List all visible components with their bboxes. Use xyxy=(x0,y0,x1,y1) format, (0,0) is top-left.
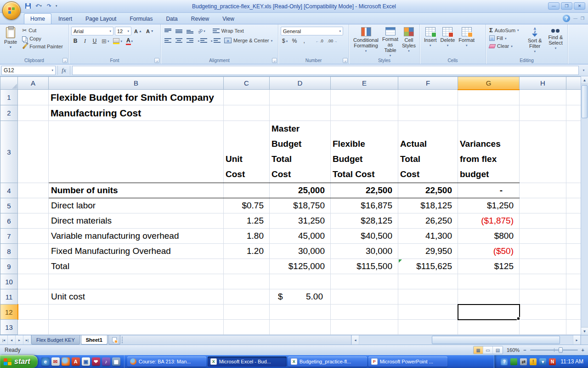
row-header-13[interactable]: 13 xyxy=(0,320,18,335)
find-select-button[interactable]: Find & Select▾ xyxy=(546,26,565,53)
align-left-button[interactable] xyxy=(163,36,173,45)
row-header-8[interactable]: 8 xyxy=(0,244,18,259)
workbook-minimize-icon[interactable]: — xyxy=(573,16,577,21)
increase-indent-button[interactable]: ▸ xyxy=(210,36,222,45)
cell[interactable] xyxy=(566,105,581,121)
cell[interactable] xyxy=(224,183,270,198)
bold-button[interactable]: B xyxy=(71,37,79,45)
row-header-11[interactable]: 11 xyxy=(0,289,18,305)
cell[interactable] xyxy=(566,274,581,289)
cell[interactable] xyxy=(270,305,331,320)
cell-e4[interactable]: 22,500 xyxy=(331,183,398,198)
zoom-level[interactable]: 160% xyxy=(507,347,520,353)
row-header-9[interactable]: 9 xyxy=(0,259,18,274)
quick-launch-icon-5[interactable]: ▣ xyxy=(82,357,90,366)
cell[interactable] xyxy=(520,274,566,289)
cell-b2[interactable]: Manufacturing Cost xyxy=(49,105,224,121)
sort-filter-button[interactable]: AZ Sort & Filter▾ xyxy=(525,26,545,53)
cell[interactable] xyxy=(566,244,581,259)
tab-data[interactable]: Data xyxy=(159,13,184,24)
align-center-button[interactable] xyxy=(174,36,184,45)
copy-button[interactable]: Copy xyxy=(21,35,64,42)
column-header-e[interactable]: E xyxy=(331,77,398,90)
scroll-right-icon[interactable]: ▸ xyxy=(573,335,581,345)
clipboard-dialog-launcher-icon[interactable]: ⌟ xyxy=(62,58,68,63)
prev-sheet-icon[interactable]: ◂ xyxy=(8,335,16,345)
cell-e5[interactable]: $16,875 xyxy=(331,198,398,213)
cell[interactable] xyxy=(270,105,331,121)
zoom-in-icon[interactable]: + xyxy=(582,347,584,353)
cell[interactable] xyxy=(520,305,566,320)
zoom-slider-thumb[interactable] xyxy=(559,347,563,353)
row-header-4[interactable]: 4 xyxy=(0,183,18,198)
cell-e3[interactable]: Flexible Budget Total Cost xyxy=(331,121,398,183)
conditional-formatting-button[interactable]: Conditional Formatting▾ xyxy=(351,26,380,57)
expand-formula-bar-icon[interactable]: ▾ xyxy=(581,66,587,75)
cell[interactable] xyxy=(520,90,566,105)
zoom-out-icon[interactable]: − xyxy=(523,347,526,353)
cell[interactable] xyxy=(331,105,398,121)
align-top-button[interactable] xyxy=(163,27,173,35)
cell-g6[interactable]: ($1,875) xyxy=(458,213,520,229)
row-header-10[interactable]: 10 xyxy=(0,274,18,289)
horizontal-scroll-thumb[interactable] xyxy=(432,336,560,344)
column-header-a[interactable]: A xyxy=(18,77,49,90)
cell-g12-selected[interactable] xyxy=(458,305,520,320)
cell[interactable] xyxy=(458,320,520,335)
cell[interactable] xyxy=(331,90,398,105)
cell[interactable] xyxy=(520,289,566,305)
decrease-decimal-button[interactable]: .00→ xyxy=(326,37,339,45)
close-button[interactable]: ✕ xyxy=(574,2,585,10)
cell-f7[interactable]: 41,300 xyxy=(398,229,458,244)
cell[interactable] xyxy=(18,244,49,259)
page-layout-view-icon[interactable]: ▭ xyxy=(483,346,493,354)
cell[interactable] xyxy=(458,105,520,121)
font-size-combo[interactable]: 12▾ xyxy=(115,27,131,35)
cell[interactable] xyxy=(224,305,270,320)
underline-button[interactable]: U xyxy=(90,37,99,45)
grow-font-button[interactable]: A▲ xyxy=(133,27,143,35)
cell[interactable] xyxy=(520,121,566,183)
cell-b8[interactable]: Fixed Manufacturing Overhead xyxy=(49,244,224,259)
tray-help-icon[interactable]: ? xyxy=(501,358,508,365)
cell[interactable] xyxy=(224,105,270,121)
sheet-tab-flex-budget-key[interactable]: Flex Budget KEY xyxy=(31,335,80,345)
cell[interactable] xyxy=(520,320,566,335)
tab-formulas[interactable]: Formulas xyxy=(123,13,159,24)
cell[interactable] xyxy=(49,274,224,289)
maximize-button[interactable]: ❐ xyxy=(561,2,572,10)
cell[interactable] xyxy=(18,320,49,335)
select-all-corner[interactable] xyxy=(0,77,18,90)
cell-b5[interactable]: Direct labor xyxy=(49,198,224,213)
format-painter-button[interactable]: Format Painter xyxy=(21,43,64,50)
first-sheet-icon[interactable]: |◂ xyxy=(0,335,8,345)
cell[interactable] xyxy=(458,289,520,305)
align-bottom-button[interactable] xyxy=(185,27,195,35)
cell[interactable] xyxy=(520,198,566,213)
scroll-left-icon[interactable]: ◂ xyxy=(351,335,359,345)
task-microsoft-powerpoint[interactable]: P Microsoft PowerPoint ... xyxy=(368,356,447,367)
cell[interactable] xyxy=(224,320,270,335)
tray-icon-5[interactable]: ▾ xyxy=(539,358,546,365)
cell[interactable] xyxy=(520,183,566,198)
quick-launch-icon-3[interactable] xyxy=(62,357,70,366)
cell-b6[interactable]: Direct materials xyxy=(49,213,224,229)
row-header-1[interactable]: 1 xyxy=(0,90,18,105)
align-middle-button[interactable] xyxy=(174,27,184,35)
accounting-format-button[interactable]: $▾ xyxy=(281,37,289,45)
tray-usb-icon[interactable]: ⇄ xyxy=(520,358,527,365)
horizontal-scrollbar[interactable]: ◂ ▸ xyxy=(351,335,581,345)
shrink-font-button[interactable]: A▼ xyxy=(145,27,155,35)
cell-c7[interactable]: 1.80 xyxy=(224,229,270,244)
row-header-6[interactable]: 6 xyxy=(0,213,18,229)
tray-shield-icon[interactable]: ! xyxy=(530,358,537,365)
cell-e6[interactable]: $28,125 xyxy=(331,213,398,229)
font-color-button[interactable]: A▾ xyxy=(125,37,134,45)
cell-d5[interactable]: $18,750 xyxy=(270,198,331,213)
cell-c6[interactable]: 1.25 xyxy=(224,213,270,229)
tray-icon-2[interactable] xyxy=(510,358,517,365)
cell[interactable] xyxy=(331,320,398,335)
cell-d6[interactable]: 31,250 xyxy=(270,213,331,229)
insert-cells-button[interactable]: Insert▾ xyxy=(422,26,439,57)
tab-review[interactable]: Review xyxy=(185,13,215,24)
